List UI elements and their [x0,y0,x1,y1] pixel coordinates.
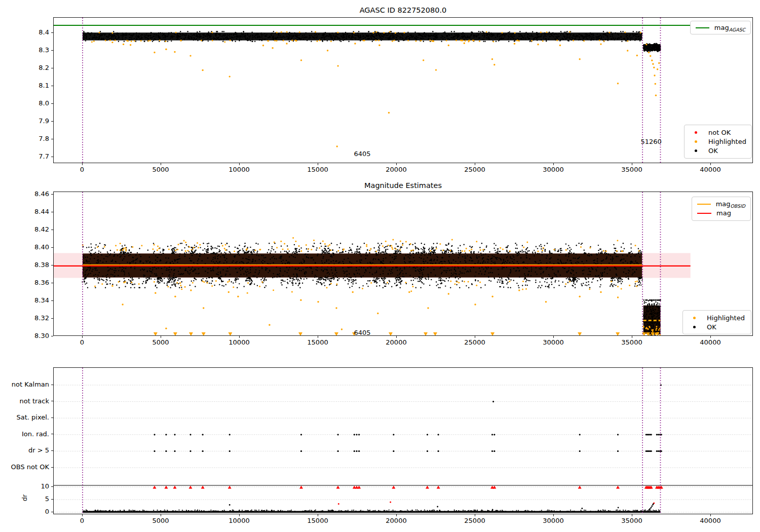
x-tick-label: 25000 [457,166,492,173]
y-tick-mark [51,86,53,86]
y-tick-mark [51,139,53,139]
orange-dot-marker [695,140,697,143]
y-tick-label: 7.8 [23,135,49,142]
x-tick-label: 40000 [693,338,728,346]
x-tick-mark [475,163,475,165]
legend-label: Highlighted [708,138,746,145]
y-tick-label: 8.2 [23,64,49,71]
legend-label: magAGASC [714,24,745,32]
x-tick-mark [82,163,83,165]
x-tick-mark [710,336,711,338]
x-tick-mark [239,336,240,338]
x-tick-mark [161,163,161,165]
x-tick-label: 10000 [221,166,257,173]
x-tick-label: 15000 [300,338,335,346]
y-tick-mark [51,318,53,319]
top-chart-line-legend: magAGASC [690,21,751,34]
orange-line-sample [697,204,711,205]
y-tick-label: 8.34 [23,297,49,304]
y-tick-mark [51,68,53,68]
legend-label: magOBSID [716,200,745,209]
legend-label: Highlighted [707,314,745,322]
middle-chart-plot-area [54,192,752,335]
black-dot-marker [693,326,696,328]
x-tick-mark [475,336,475,338]
flag-row-label: not track [3,398,49,405]
x-tick-label: 0 [64,338,100,346]
y-tick-mark [51,450,53,451]
y-tick-mark [51,32,53,33]
dr-tick-label: 5 [23,496,49,503]
x-tick-mark [82,514,83,516]
x-tick-label: 40000 [693,517,728,524]
top-chart-title: AGASC ID 822752080.0 [53,6,753,14]
y-tick-mark [51,499,53,500]
x-tick-label: 30000 [536,338,571,346]
y-tick-label: 8.38 [23,261,49,269]
legend-item-not-ok: not OK [689,128,746,137]
y-tick-mark [51,50,53,51]
x-tick-label: 5000 [143,517,178,524]
middle-chart-axes [53,192,753,336]
x-tick-label: 0 [64,517,100,524]
x-tick-label: 20000 [378,517,414,524]
x-tick-label: 5000 [143,338,178,346]
legend-label: OK [708,147,718,155]
x-tick-label: 20000 [378,166,414,173]
legend-item-highlighted: Highlighted [687,313,746,322]
top-chart-marker-legend: not OK Highlighted OK [684,125,752,159]
x-tick-label: 10000 [221,338,257,346]
x-tick-mark [632,514,632,516]
legend-label: not OK [708,129,731,136]
x-tick-mark [161,514,161,516]
x-tick-mark [318,163,318,165]
dr-tick-label: 10 [23,483,49,490]
y-tick-label: 8.4 [23,29,49,36]
y-tick-label: 8.0 [23,100,49,107]
x-tick-label: 25000 [457,517,492,524]
x-tick-mark [553,163,554,165]
y-tick-label: 8.46 [23,191,49,198]
x-tick-label: 30000 [536,166,571,173]
y-tick-label: 8.36 [23,279,49,286]
obsid-annotation: 6405 [342,150,383,158]
legend-item-mag-agasc: magAGASC [695,24,745,32]
x-tick-label: 30000 [536,517,571,524]
red-dot-marker [695,131,697,134]
y-tick-mark [51,336,53,336]
middle-chart-title: Magnitude Estimates [53,181,753,189]
x-tick-label: 5000 [143,166,178,173]
y-tick-mark [51,385,53,385]
dr-tick-label: 0 [23,508,49,515]
y-tick-mark [51,157,53,157]
y-tick-mark [51,265,53,265]
x-tick-mark [710,163,711,165]
x-tick-label: 0 [64,166,100,173]
flag-row-label: not Kalman [3,381,49,388]
x-tick-label: 35000 [614,166,650,173]
obsid-annotation: 6405 [342,329,383,336]
x-tick-label: 40000 [693,166,728,173]
x-tick-mark [396,514,397,516]
x-tick-label: 25000 [457,338,492,346]
x-tick-mark [239,163,240,165]
y-tick-mark [51,417,53,418]
x-tick-mark [82,336,83,338]
y-tick-label: 8.1 [23,82,49,89]
y-tick-mark [51,467,53,468]
black-dot-marker [695,149,697,152]
x-tick-label: 35000 [614,517,650,524]
legend-item-highlighted: Highlighted [689,137,746,146]
y-tick-label: 8.40 [23,244,49,251]
x-tick-mark [553,336,554,338]
x-tick-mark [632,163,632,165]
y-tick-mark [51,434,53,434]
x-tick-mark [632,336,632,338]
flag-row-label: Ion. rad. [3,431,49,438]
x-tick-label: 15000 [300,166,335,173]
x-tick-mark [318,514,318,516]
flag-row-label: Sat. pixel. [3,414,49,421]
x-tick-mark [553,514,554,516]
flag-row-label: OBS not OK [3,464,49,471]
green-line-sample [696,27,709,28]
